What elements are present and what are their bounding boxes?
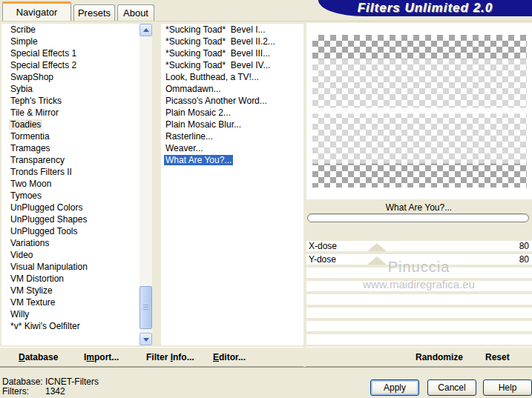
empty-slider-row — [306, 294, 532, 305]
list-item[interactable]: Visual Manipulation — [1, 261, 152, 273]
slider-value: 80 — [519, 241, 529, 251]
list-item[interactable]: Plain Mosaic Blur... — [161, 119, 303, 130]
app-title: Filters Unlimited 2.0 — [358, 1, 493, 15]
status-database-value: ICNET-Filters — [45, 377, 99, 387]
apply-button[interactable]: Apply — [370, 379, 419, 396]
list-item[interactable]: Tymoes — [1, 190, 152, 202]
category-list[interactable]: ScribeSimpleSpecial Effects 1Special Eff… — [1, 24, 152, 345]
slider-thumb[interactable] — [367, 243, 387, 251]
randomize-button[interactable]: Randomize — [416, 352, 463, 362]
scroll-up-icon — [143, 28, 149, 32]
list-item[interactable]: Look, Butthead, a TV!... — [161, 71, 303, 83]
database-button[interactable]: Database — [19, 352, 58, 362]
tab[interactable]: About — [117, 4, 154, 21]
status-block: Database:ICNET-Filters Filters:1342 — [2, 377, 99, 397]
list-item[interactable]: Rasterline... — [161, 130, 303, 142]
slider-label: X-dose — [309, 241, 337, 251]
toolbar-left: Database Import... Filter Info... Editor… — [0, 347, 303, 367]
scrollbar-thumb[interactable] — [139, 286, 152, 329]
progress-bar — [307, 213, 529, 222]
slider-row[interactable]: X-dose 80 — [306, 241, 532, 251]
empty-slider-row — [306, 268, 532, 278]
list-item[interactable]: Scribe — [1, 24, 152, 36]
list-item[interactable]: Tormentia — [1, 130, 152, 142]
list-item[interactable]: Variations — [1, 237, 152, 249]
list-item[interactable]: Ommadawn... — [161, 83, 303, 95]
editor-button[interactable]: Editor... — [213, 352, 246, 362]
list-item[interactable]: *v* Kiwi's Oelfilter — [1, 320, 152, 332]
host-dialog-footer: Database:ICNET-Filters Filters:1342 Appl… — [0, 367, 532, 398]
list-item[interactable]: VM Texture — [1, 296, 152, 308]
list-item[interactable]: UnPlugged Tools — [1, 225, 152, 237]
category-scrollbar[interactable] — [139, 24, 152, 345]
cancel-button[interactable]: Cancel — [427, 379, 476, 396]
app-title-banner: Filters Unlimited 2.0 — [318, 0, 532, 16]
list-item[interactable]: Toadies — [1, 119, 152, 130]
list-item[interactable]: Picasso's Another Word... — [161, 95, 303, 107]
scroll-down-icon — [143, 338, 149, 342]
list-item[interactable]: Weaver... — [161, 142, 303, 154]
slider-value: 80 — [519, 254, 529, 265]
list-item[interactable]: What Are You?... — [161, 154, 303, 166]
list-item[interactable]: Transparency — [1, 154, 152, 166]
scroll-up-button[interactable] — [139, 24, 152, 36]
filter-list[interactable]: *Sucking Toad* Bevel I...*Sucking Toad* … — [161, 24, 303, 345]
list-item[interactable]: Willy — [1, 308, 152, 320]
list-item[interactable]: Tile & Mirror — [1, 107, 152, 119]
list-item[interactable]: Video — [1, 249, 152, 261]
list-item[interactable]: VM Distortion — [1, 273, 152, 285]
list-item[interactable]: SwapShop — [1, 71, 152, 83]
scroll-down-button[interactable] — [139, 333, 152, 345]
toolbar-right: Randomize Reset — [306, 347, 532, 367]
list-item[interactable]: UnPlugged Shapes — [1, 213, 152, 225]
empty-slider-row — [306, 281, 532, 291]
help-button[interactable]: Help — [483, 379, 532, 396]
plugin-panel: ScribeSimpleSpecial Effects 1Special Eff… — [0, 21, 532, 367]
list-item[interactable]: Two Moon — [1, 178, 152, 190]
empty-slider-row — [306, 334, 532, 345]
transparency-checkerboard — [312, 35, 527, 188]
import-button[interactable]: Import... — [84, 352, 119, 362]
status-filters-label: Filters: — [2, 387, 45, 397]
list-item[interactable]: *Sucking Toad* Bevel I... — [161, 24, 303, 36]
slider-row[interactable]: Y-dose 80 — [306, 254, 532, 265]
list-item[interactable]: Teph's Tricks — [1, 95, 152, 107]
list-item[interactable]: *Sucking Toad* Bevel II.2... — [161, 36, 303, 47]
filter-info-button[interactable]: Filter Info... — [146, 352, 194, 362]
empty-slider-row — [306, 321, 532, 331]
preview-area[interactable] — [306, 23, 532, 199]
list-item[interactable]: Tramages — [1, 142, 152, 154]
selected-filter-name: What Are You?... — [306, 202, 532, 213]
slider-label: Y-dose — [309, 254, 336, 265]
empty-slider-row — [306, 308, 532, 318]
list-item[interactable]: VM Stylize — [1, 285, 152, 296]
filter-controls-panel: What Are You?... X-dose 80 Y-dose 80 — [306, 21, 532, 368]
list-item[interactable]: *Sucking Toad* Bevel IV... — [161, 59, 303, 71]
list-item[interactable]: Sybia — [1, 83, 152, 95]
list-item[interactable]: *Sucking Toad* Bevel III... — [161, 47, 303, 59]
slider-thumb[interactable] — [367, 256, 387, 265]
filters-unlimited-window: NavigatorPresetsAbout Filters Unlimited … — [0, 0, 532, 398]
status-filters-value: 1342 — [45, 386, 65, 397]
list-item[interactable]: UnPlugged Colors — [1, 202, 152, 213]
list-item[interactable]: Tronds Filters II — [1, 166, 152, 178]
list-item[interactable]: Special Effects 1 — [1, 47, 152, 59]
list-item[interactable]: Simple — [1, 36, 152, 47]
reset-button[interactable]: Reset — [485, 352, 510, 362]
list-item[interactable]: Special Effects 2 — [1, 59, 152, 71]
tab[interactable]: Presets — [73, 4, 115, 21]
tab[interactable]: Navigator — [2, 1, 71, 21]
list-item[interactable]: Plain Mosaic 2... — [161, 107, 303, 119]
